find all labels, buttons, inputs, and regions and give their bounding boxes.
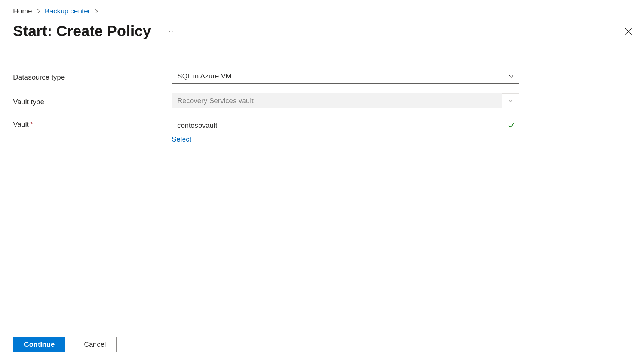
required-marker: * [30,120,33,128]
cancel-button[interactable]: Cancel [73,337,117,352]
create-policy-form: Datasource type SQL in Azure VM Vault ty… [13,69,631,143]
footer-actions: Continue Cancel [0,330,644,359]
chevron-down-icon [508,73,515,80]
vault-label: Vault* [13,118,172,129]
more-actions-button[interactable]: ··· [165,25,180,37]
vault-value: contosovault [177,121,217,130]
close-button[interactable] [622,25,635,38]
breadcrumb-home[interactable]: Home [13,7,32,15]
breadcrumb-backup-center[interactable]: Backup center [45,7,90,15]
datasource-type-select[interactable]: SQL in Azure VM [172,69,519,84]
vault-input[interactable]: contosovault [172,118,519,133]
vault-type-label: Vault type [13,96,172,106]
datasource-type-value: SQL in Azure VM [177,72,231,80]
close-icon [623,27,633,36]
check-icon [507,121,515,130]
vault-type-select: Recovery Services vault [172,93,519,108]
chevron-down-icon [502,93,519,108]
breadcrumb: Home Backup center [13,7,631,15]
continue-button[interactable]: Continue [13,337,65,352]
chevron-right-icon [36,9,41,14]
vault-type-value: Recovery Services vault [177,97,254,105]
vault-select-link[interactable]: Select [172,135,191,143]
page-title: Start: Create Policy [13,23,151,40]
datasource-type-label: Datasource type [13,71,172,81]
chevron-right-icon [94,9,99,14]
